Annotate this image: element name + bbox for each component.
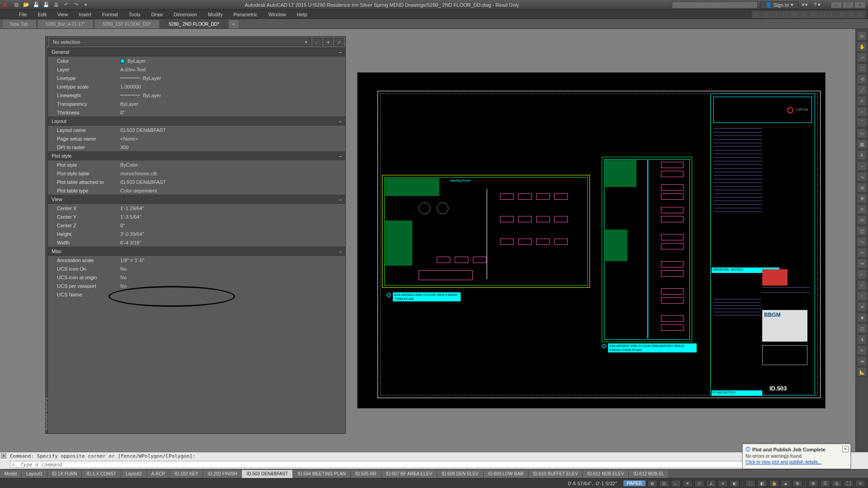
menu-help[interactable]: Help — [292, 12, 313, 17]
section-header-layout[interactable]: Layout– — [48, 117, 345, 126]
layout-tab[interactable]: ID.202 FINISH — [203, 470, 242, 478]
layout-tab[interactable]: ID.609 LOW BAR — [484, 470, 528, 478]
notification-close-icon[interactable]: × — [842, 446, 849, 452]
snap-toggle-icon[interactable]: ⊡ — [659, 480, 669, 487]
property-value[interactable]: ID.503 DEN&BFAST — [120, 179, 345, 185]
property-row[interactable]: Page setup name<None> — [48, 134, 345, 143]
v11-icon[interactable]: ⬚ — [847, 11, 856, 18]
property-value[interactable]: Color dependent — [120, 188, 345, 193]
property-value[interactable]: 1'-1 29/64" — [120, 206, 345, 211]
property-row[interactable]: UCS Icon OnNo — [48, 264, 345, 273]
mirror-icon[interactable]: ◫ — [857, 226, 867, 236]
file-tab-3[interactable]: 5280_ 2ND FLOOR_DD* — [160, 19, 228, 28]
menu-insert[interactable]: Insert — [73, 12, 97, 17]
paper-space-viewport[interactable]: CAPITAL GENERAL NOTES — [357, 72, 826, 408]
v9-icon[interactable]: ⬚ — [828, 11, 837, 18]
measure-icon[interactable]: 📐 — [857, 367, 867, 377]
layout-tab[interactable]: ID.610 BUFFET ELEV — [528, 470, 583, 478]
offset-icon[interactable]: ⫽ — [857, 280, 867, 290]
menu-tools[interactable]: Tools — [123, 12, 146, 17]
otrack-toggle-icon[interactable]: ∠ — [706, 480, 716, 487]
customize-icon[interactable]: ≡ — [855, 480, 865, 487]
signin-button[interactable]: 👤 Sign In ▾ — [760, 1, 798, 9]
rotate-icon[interactable]: ⟳ — [857, 215, 867, 225]
layout-tab[interactable]: Layout2 — [121, 470, 147, 478]
saveas-icon[interactable]: 💾 — [42, 1, 51, 9]
circle-icon[interactable]: ○ — [857, 107, 867, 117]
property-row[interactable]: Thickness0" — [48, 108, 345, 117]
leader-icon[interactable]: ↘ — [857, 172, 867, 182]
grid-toggle-icon[interactable]: ⊞ — [647, 480, 657, 487]
v12-icon[interactable]: ⬚ — [856, 11, 865, 18]
ortho-toggle-icon[interactable]: ∟ — [671, 480, 681, 487]
toggle-pickadd-icon[interactable]: ⤢ — [335, 38, 344, 46]
menu-format[interactable]: Format — [97, 12, 123, 17]
layout-tab[interactable]: ID.102 KEY — [170, 470, 203, 478]
arc-icon[interactable]: ⌒ — [857, 117, 867, 127]
v2-icon[interactable]: ⬚ — [761, 11, 770, 18]
layout-tab[interactable]: ID.1X FURN — [47, 470, 82, 478]
save-icon[interactable]: 💾 — [32, 1, 41, 9]
space-toggle[interactable]: PAPER — [623, 480, 646, 486]
quick-select-icon[interactable]: ☄ — [313, 38, 322, 46]
plot-icon[interactable]: 🖶 — [52, 1, 61, 9]
redo-icon[interactable]: ↷ — [71, 1, 80, 9]
selection-combo[interactable]: No selection▼ — [50, 38, 311, 46]
anno-auto-icon[interactable]: ⚙ — [793, 480, 802, 487]
property-row[interactable]: LayerA-Elev-Text — [48, 65, 345, 74]
property-value[interactable]: 3'-0 39/64" — [120, 231, 345, 237]
property-row[interactable]: UCS icon at originNo — [48, 273, 345, 282]
property-row[interactable]: UCS per viewportNo — [48, 282, 345, 290]
property-value[interactable]: No — [120, 266, 345, 272]
command-input-wrapper[interactable]: ▷_ — [10, 461, 750, 468]
section-header-general[interactable]: General– — [48, 47, 345, 56]
property-value[interactable]: ByLayer — [120, 101, 345, 107]
property-row[interactable]: DPI to raster300 — [48, 143, 345, 151]
file-tab-add[interactable]: + — [228, 19, 239, 28]
minimize-button[interactable]: — — [831, 2, 842, 8]
table-icon[interactable]: ⊞ — [857, 183, 867, 192]
property-row[interactable]: Layout nameID.503 DEN&BFAST — [48, 126, 345, 134]
menu-view[interactable]: View — [52, 12, 74, 17]
array-icon[interactable]: ⫶ — [857, 291, 867, 301]
property-row[interactable]: ColorByLayer — [48, 56, 345, 65]
property-value[interactable]: 300 — [120, 145, 345, 150]
property-row[interactable]: Linetype scale1.000000 — [48, 82, 345, 91]
property-row[interactable]: Width6'-4 3/16" — [48, 238, 345, 247]
dim-icon[interactable]: ↔ — [857, 161, 867, 171]
explode-icon[interactable]: ✸ — [857, 313, 867, 323]
property-value[interactable]: 1'-3 5/64" — [120, 214, 345, 220]
property-value[interactable]: No — [120, 283, 345, 289]
property-row[interactable]: LinetypeByLayer — [48, 74, 345, 82]
zoom-prev-icon[interactable]: ⟲ — [857, 74, 867, 84]
layout-tab[interactable]: A.RCP — [147, 470, 170, 478]
erase-icon[interactable]: ✕ — [857, 302, 867, 312]
help-search-input[interactable] — [672, 1, 758, 9]
open-icon[interactable]: 📂 — [22, 1, 31, 9]
command-input[interactable] — [20, 462, 748, 468]
property-value[interactable]: ByColor — [120, 162, 345, 168]
property-value[interactable]: 0" — [120, 223, 345, 228]
menu-parametric[interactable]: Parametric — [228, 12, 263, 17]
layout-tab[interactable]: ID.608 DEN ELEV — [437, 470, 484, 478]
qat-more-icon[interactable]: ▾ — [81, 1, 90, 9]
hardware-icon[interactable]: ☰ — [820, 480, 830, 487]
layout-tab[interactable]: ID.1.X CONST — [82, 470, 121, 478]
copy-icon[interactable]: ⎘ — [857, 204, 867, 214]
block-icon[interactable]: ◫ — [857, 324, 867, 333]
menu-file[interactable]: File — [14, 12, 33, 17]
layer-icon[interactable]: ≡ — [857, 345, 867, 355]
property-row[interactable]: Plot style tablemonochrome.ctb — [48, 169, 345, 178]
property-value[interactable]: 1.000000 — [120, 84, 345, 89]
property-row[interactable]: Height3'-0 39/64" — [48, 230, 345, 238]
layout-tab[interactable]: ID.504 MEETING PLAN — [293, 470, 351, 478]
zoom-window-icon[interactable]: ⬚ — [857, 63, 867, 73]
property-value[interactable]: ByLayer — [120, 75, 345, 81]
property-row[interactable]: Plot styleByColor — [48, 160, 345, 169]
property-row[interactable]: UCS Name — [48, 290, 345, 299]
move-icon[interactable]: ✥ — [857, 193, 867, 203]
scale-icon[interactable]: ⤡ — [857, 237, 867, 247]
menu-dimension[interactable]: Dimension — [168, 12, 203, 17]
commandline-close-icon[interactable]: × — [1, 453, 6, 459]
layout-tab[interactable]: ID.505 RR — [351, 470, 382, 478]
